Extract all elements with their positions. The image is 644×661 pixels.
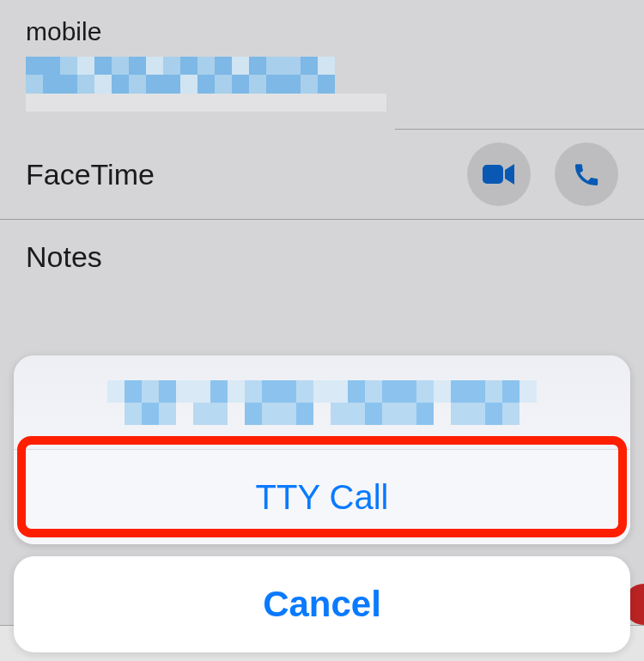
facetime-video-button[interactable] [467, 143, 531, 206]
notes-label: Notes [26, 240, 644, 274]
action-sheet-title-redacted [14, 355, 630, 450]
svg-rect-0 [483, 165, 503, 184]
action-sheet: TTY Call Cancel [14, 355, 630, 652]
contact-detail-background: mobile FaceTime [26, 0, 644, 308]
mobile-label: mobile [26, 9, 644, 52]
mobile-number-redacted [26, 57, 404, 112]
phone-icon [572, 160, 601, 189]
facetime-label: FaceTime [26, 158, 443, 191]
facetime-audio-button[interactable] [555, 143, 618, 206]
action-sheet-group: TTY Call [14, 355, 630, 544]
cancel-button[interactable]: Cancel [14, 556, 630, 652]
facetime-row: FaceTime [26, 130, 644, 219]
video-icon [483, 163, 515, 185]
notes-row[interactable]: Notes [26, 220, 644, 308]
mobile-row[interactable]: mobile [26, 0, 644, 129]
tty-call-button[interactable]: TTY Call [14, 450, 630, 544]
